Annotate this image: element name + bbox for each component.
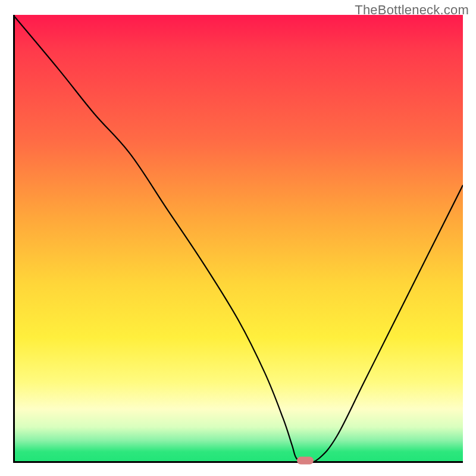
plot-area	[13, 15, 463, 463]
bottleneck-curve	[13, 15, 463, 463]
optimal-point-marker	[297, 457, 314, 465]
watermark-text: TheBottleneck.com	[355, 2, 469, 18]
chart-container: TheBottleneck.com	[0, 0, 476, 476]
